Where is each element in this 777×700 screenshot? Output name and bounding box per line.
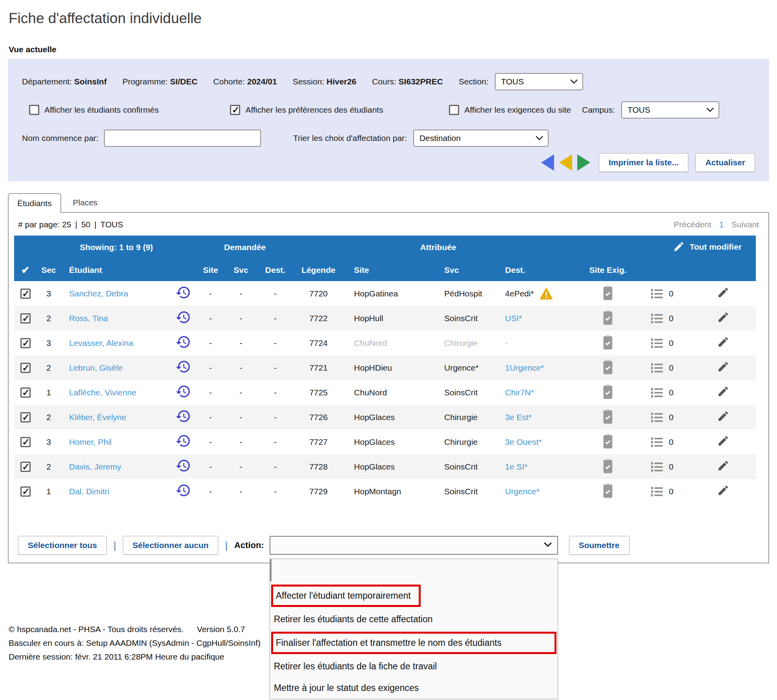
notes-list-icon[interactable]: [650, 435, 664, 449]
notes-list-icon[interactable]: [650, 386, 664, 399]
student-name-link[interactable]: Kléber, Évelyne: [69, 413, 126, 422]
student-row: 2Davis, Jeremy---7728HopGlacesSoinsCrit1…: [14, 454, 756, 479]
row-checkbox[interactable]: [20, 387, 31, 398]
dest-link[interactable]: Chir7N*: [505, 388, 534, 397]
edit-pencil-icon[interactable]: [717, 336, 730, 348]
history-icon[interactable]: [175, 334, 191, 350]
select-all-check-icon[interactable]: ✔: [14, 259, 37, 281]
history-icon[interactable]: [175, 359, 191, 375]
edit-all-button[interactable]: Tout modifier: [582, 236, 756, 259]
action-menu-item[interactable]: Retirer les étudiants de cette affectati…: [270, 609, 558, 630]
per-page-option-50[interactable]: 50: [81, 220, 90, 229]
action-menu-item[interactable]: Retirer les étudiants de la fiche de tra…: [270, 656, 558, 677]
section-select[interactable]: TOUS: [495, 73, 583, 90]
edit-pencil-icon[interactable]: [717, 459, 730, 472]
student-name-link[interactable]: Sanchez, Debra: [69, 289, 128, 298]
notes-list-icon[interactable]: [650, 411, 664, 424]
student-name-link[interactable]: Dal, Dimitri: [69, 487, 109, 496]
site-requirements-icon[interactable]: [601, 359, 615, 375]
site-requirements-icon[interactable]: [601, 483, 615, 498]
site-requirements-icon[interactable]: [601, 309, 615, 325]
dest-link[interactable]: 1e SI*: [505, 462, 527, 471]
notes-list-icon[interactable]: [650, 312, 664, 325]
site-value: HopGlaces: [343, 430, 433, 454]
dest-link[interactable]: 1Urgence*: [505, 363, 544, 372]
nav-forward-arrow[interactable]: [577, 154, 590, 171]
student-name-link[interactable]: Ross, Tina: [69, 314, 108, 323]
site-requirements-icon[interactable]: [601, 334, 615, 350]
edit-pencil-icon[interactable]: [717, 410, 730, 422]
site-requirements-icon[interactable]: [601, 433, 615, 449]
nav-back-arrow[interactable]: [541, 154, 554, 171]
edit-pencil-icon[interactable]: [717, 484, 730, 497]
history-icon[interactable]: [175, 309, 191, 325]
history-icon[interactable]: [175, 483, 191, 498]
notes-list-icon[interactable]: [650, 485, 664, 498]
edit-pencil-icon[interactable]: [717, 360, 730, 373]
dest-link[interactable]: USI*: [505, 314, 522, 323]
checkbox-preferences-etudiants[interactable]: [230, 105, 240, 115]
campus-select[interactable]: TOUS: [621, 101, 719, 119]
dest-link[interactable]: 3e Ouest*: [505, 437, 542, 446]
action-menu-item[interactable]: Finaliser l'affectation et transmettre l…: [270, 630, 558, 656]
print-list-button[interactable]: Imprimer la liste...: [599, 153, 689, 172]
row-checkbox[interactable]: [20, 462, 31, 472]
nav-back-yellow-arrow[interactable]: [559, 154, 572, 171]
site-requirements-icon[interactable]: [601, 384, 615, 399]
action-menu-item[interactable]: Mettre à jour le statut des exigences: [270, 677, 558, 699]
pagination-page-1[interactable]: 1: [719, 220, 724, 229]
warning-icon[interactable]: [540, 288, 553, 300]
tab-places[interactable]: Places: [61, 193, 109, 212]
action-menu-item[interactable]: Affecter l'étudiant temporairement: [270, 583, 558, 609]
history-icon[interactable]: [175, 285, 191, 300]
col-attribuee-dest: Dest.: [494, 259, 582, 281]
per-page-option-tous[interactable]: TOUS: [100, 220, 123, 229]
action-menu-item[interactable]: [270, 559, 272, 581]
checkbox-etudiants-confirmes[interactable]: [29, 105, 39, 115]
site-requirements-icon[interactable]: [601, 285, 615, 300]
student-name-link[interactable]: Levasser, Alexina: [69, 338, 133, 347]
history-icon[interactable]: [175, 408, 191, 424]
notes-list-icon[interactable]: [650, 287, 664, 300]
site-requirements-icon[interactable]: [601, 458, 615, 473]
site-requirements-icon[interactable]: [601, 408, 615, 424]
student-name-link[interactable]: Davis, Jeremy: [69, 462, 121, 471]
student-row: 1Laflèche, Vivienne---7725ChuNordSoinsCr…: [14, 380, 756, 405]
nom-commence-par-input[interactable]: [104, 130, 261, 147]
row-checkbox[interactable]: [20, 363, 31, 373]
action-select[interactable]: [270, 536, 558, 555]
student-name-link[interactable]: Laflèche, Vivienne: [69, 388, 136, 397]
dest-link[interactable]: 3e Est*: [505, 413, 532, 422]
notes-list-icon[interactable]: [650, 361, 664, 375]
dest-link[interactable]: Urgence*: [505, 487, 540, 496]
notes-list-icon[interactable]: [650, 460, 664, 473]
pagination-next[interactable]: Suivant: [731, 220, 759, 229]
edit-pencil-icon[interactable]: [717, 286, 730, 299]
row-checkbox[interactable]: [20, 313, 31, 323]
history-icon[interactable]: [175, 433, 191, 449]
students-panel: # par page: 25|50|TOUS Précédent 1 Suiva…: [8, 212, 769, 563]
submit-button[interactable]: Soumettre: [569, 536, 629, 555]
row-checkbox[interactable]: [20, 437, 31, 447]
student-name-link[interactable]: Lebrun, Gisèle: [69, 363, 123, 372]
history-icon[interactable]: [175, 384, 191, 399]
edit-pencil-icon[interactable]: [717, 435, 730, 447]
select-all-button[interactable]: Sélectionner tous: [18, 536, 107, 555]
row-checkbox[interactable]: [20, 412, 31, 422]
pagination-previous[interactable]: Précédent: [674, 220, 711, 229]
row-checkbox[interactable]: [20, 486, 31, 497]
refresh-button[interactable]: Actualiser: [695, 153, 755, 172]
student-name-link[interactable]: Homer, Phil: [69, 437, 112, 446]
checkbox-exigences-site[interactable]: [449, 105, 459, 115]
per-page-option-25[interactable]: 25: [62, 220, 71, 229]
history-icon[interactable]: [175, 458, 191, 473]
tab-etudiants[interactable]: Étudiants: [8, 193, 61, 213]
row-checkbox[interactable]: [20, 338, 31, 348]
student-row: 3Sanchez, Debra---7720HopGatineaPédHospi…: [14, 281, 756, 306]
select-none-button[interactable]: Sélectionner aucun: [123, 536, 219, 555]
edit-pencil-icon[interactable]: [717, 385, 730, 398]
edit-pencil-icon[interactable]: [717, 311, 730, 323]
row-checkbox[interactable]: [20, 289, 31, 299]
trier-select[interactable]: Destination: [413, 130, 549, 147]
notes-list-icon[interactable]: [650, 336, 664, 350]
